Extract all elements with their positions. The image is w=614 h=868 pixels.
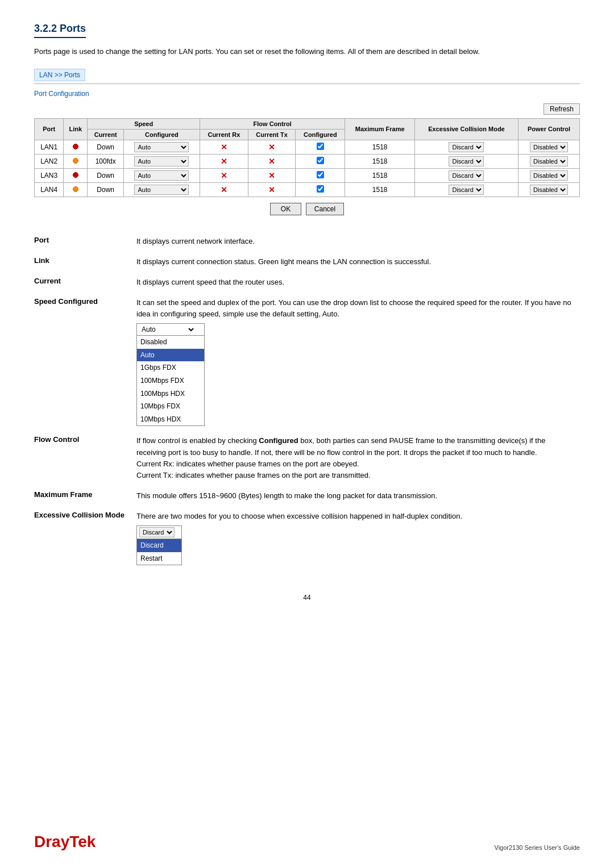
td-configured-0[interactable]: DisabledAuto1Gbps FDX100Mbps FDX100Mbps … xyxy=(123,140,200,154)
desc-term-0: Port xyxy=(34,232,136,253)
desc-term-4: Flow Control xyxy=(34,432,136,487)
th-flow-rx: Current Rx xyxy=(200,129,248,140)
speed-select-1[interactable]: DisabledAuto1Gbps FDX100Mbps FDX100Mbps … xyxy=(134,156,189,166)
td-flow-configured-1[interactable] xyxy=(296,154,345,168)
td-flow-tx-3: ✕ xyxy=(248,182,295,197)
td-configured-1[interactable]: DisabledAuto1Gbps FDX100Mbps FDX100Mbps … xyxy=(123,154,200,168)
power-select-0[interactable]: DisabledEnabled xyxy=(530,142,568,152)
speed-dropdown-select[interactable]: DisabledAuto1Gbps FDX100Mbps FDX100Mbps … xyxy=(139,325,196,334)
th-power-control: Power Control xyxy=(518,118,580,140)
th-link: Link xyxy=(64,118,88,140)
td-power-0[interactable]: DisabledEnabled xyxy=(518,140,580,154)
td-flow-configured-2[interactable] xyxy=(296,168,345,182)
bold-configured: Configured xyxy=(259,436,298,445)
td-current-0: Down xyxy=(88,140,124,154)
desc-def-5: This module offers 1518~9600 (Bytes) len… xyxy=(136,487,580,507)
flow-checkbox-2[interactable] xyxy=(317,171,324,178)
td-power-2[interactable]: DisabledEnabled xyxy=(518,168,580,182)
page-title: 3.2.2 Ports xyxy=(34,23,86,38)
speed-option-Disabled[interactable]: Disabled xyxy=(137,336,204,349)
td-configured-3[interactable]: DisabledAuto1Gbps FDX100Mbps FDX100Mbps … xyxy=(123,182,200,197)
collision-option-Restart[interactable]: Restart xyxy=(137,552,181,565)
x-mark-rx-0: ✕ xyxy=(221,143,227,152)
desc-def-2: It displays current speed that the route… xyxy=(136,273,580,294)
td-excessive-0[interactable]: DiscardRestart xyxy=(414,140,518,154)
speed-option-10Mbps-HDX[interactable]: 10Mbps HDX xyxy=(137,413,204,426)
td-flow-rx-3: ✕ xyxy=(200,182,248,197)
th-max-frame: Maximum Frame xyxy=(345,118,414,140)
page-footer: DrayTek Vigor2130 Series User's Guide xyxy=(0,833,614,851)
x-mark-rx-2: ✕ xyxy=(221,171,227,180)
th-excessive: Excessive Collision Mode xyxy=(414,118,518,140)
td-port-2: LAN3 xyxy=(35,168,64,182)
brand-tek: Tek xyxy=(69,833,96,850)
td-current-1: 100fdx xyxy=(88,154,124,168)
flow-checkbox-0[interactable] xyxy=(317,143,324,150)
excessive-select-2[interactable]: DiscardRestart xyxy=(449,170,484,181)
td-link-3 xyxy=(64,182,88,197)
td-flow-tx-0: ✕ xyxy=(248,140,295,154)
x-mark-tx-0: ✕ xyxy=(268,143,275,152)
speed-select-3[interactable]: DisabledAuto1Gbps FDX100Mbps FDX100Mbps … xyxy=(134,185,189,195)
td-link-0 xyxy=(64,140,88,154)
excessive-select-3[interactable]: DiscardRestart xyxy=(449,185,484,195)
flow-checkbox-3[interactable] xyxy=(317,185,324,193)
th-speed-configured: Configured xyxy=(123,129,200,140)
x-mark-rx-1: ✕ xyxy=(221,157,227,166)
td-excessive-3[interactable]: DiscardRestart xyxy=(414,182,518,197)
speed-dropdown-demo: DisabledAuto1Gbps FDX100Mbps FDX100Mbps … xyxy=(136,323,205,426)
td-max-frame-3: 1518 xyxy=(345,182,414,197)
desc-term-5: Maximum Frame xyxy=(34,487,136,507)
td-excessive-2[interactable]: DiscardRestart xyxy=(414,168,518,182)
section-title: Port Configuration xyxy=(34,90,580,98)
speed-option-10Mbps-FDX[interactable]: 10Mbps FDX xyxy=(137,400,204,413)
speed-select-0[interactable]: DisabledAuto1Gbps FDX100Mbps FDX100Mbps … xyxy=(134,142,189,152)
port-table: Port Link Speed Flow Control Maximum Fra… xyxy=(34,118,580,197)
td-power-3[interactable]: DisabledEnabled xyxy=(518,182,580,197)
speed-select-2[interactable]: DisabledAuto1Gbps FDX100Mbps FDX100Mbps … xyxy=(134,170,189,181)
td-max-frame-0: 1518 xyxy=(345,140,414,154)
td-max-frame-1: 1518 xyxy=(345,154,414,168)
brand-dray: Dray xyxy=(34,833,69,850)
ok-button[interactable]: OK xyxy=(270,203,301,215)
td-excessive-1[interactable]: DiscardRestart xyxy=(414,154,518,168)
td-link-1 xyxy=(64,154,88,168)
collision-dropdown-list: DiscardRestart xyxy=(137,539,181,565)
cancel-button[interactable]: Cancel xyxy=(306,203,344,215)
power-select-3[interactable]: DisabledEnabled xyxy=(530,185,568,195)
th-flow-configured: Configured xyxy=(296,129,345,140)
th-flow-group: Flow Control xyxy=(200,118,345,129)
flow-checkbox-1[interactable] xyxy=(317,157,324,164)
speed-option-1Gbps-FDX[interactable]: 1Gbps FDX xyxy=(137,361,204,374)
td-flow-rx-2: ✕ xyxy=(200,168,248,182)
refresh-button[interactable]: Refresh xyxy=(544,103,580,115)
speed-option-100Mbps-HDX[interactable]: 100Mbps HDX xyxy=(137,387,204,400)
collision-dropdown-demo: DiscardRestartDiscardRestart xyxy=(136,525,182,565)
led-1 xyxy=(73,158,78,164)
th-speed-current: Current xyxy=(88,129,124,140)
td-configured-2[interactable]: DisabledAuto1Gbps FDX100Mbps FDX100Mbps … xyxy=(123,168,200,182)
x-mark-tx-1: ✕ xyxy=(268,157,275,166)
excessive-select-1[interactable]: DiscardRestart xyxy=(449,156,484,166)
breadcrumb: LAN >> Ports xyxy=(34,69,85,81)
excessive-select-0[interactable]: DiscardRestart xyxy=(449,142,484,152)
power-select-2[interactable]: DisabledEnabled xyxy=(530,170,568,181)
collision-select-demo[interactable]: DiscardRestart xyxy=(139,527,175,537)
td-link-2 xyxy=(64,168,88,182)
x-mark-rx-3: ✕ xyxy=(221,185,227,194)
speed-dropdown-list: DisabledAuto1Gbps FDX100Mbps FDX100Mbps … xyxy=(137,336,204,425)
speed-option-100Mbps-FDX[interactable]: 100Mbps FDX xyxy=(137,374,204,387)
td-flow-rx-0: ✕ xyxy=(200,140,248,154)
collision-option-Discard[interactable]: Discard xyxy=(137,539,181,552)
x-mark-tx-3: ✕ xyxy=(268,185,275,194)
speed-option-Auto[interactable]: Auto xyxy=(137,349,204,362)
power-select-1[interactable]: DisabledEnabled xyxy=(530,156,568,166)
td-current-3: Down xyxy=(88,182,124,197)
intro-text: Ports page is used to change the setting… xyxy=(34,46,580,57)
desc-def-6: There are two modes for you to choose wh… xyxy=(136,507,580,571)
th-port: Port xyxy=(35,118,64,140)
td-flow-configured-3[interactable] xyxy=(296,182,345,197)
desc-term-6: Excessive Collision Mode xyxy=(34,507,136,571)
td-flow-configured-0[interactable] xyxy=(296,140,345,154)
td-power-1[interactable]: DisabledEnabled xyxy=(518,154,580,168)
